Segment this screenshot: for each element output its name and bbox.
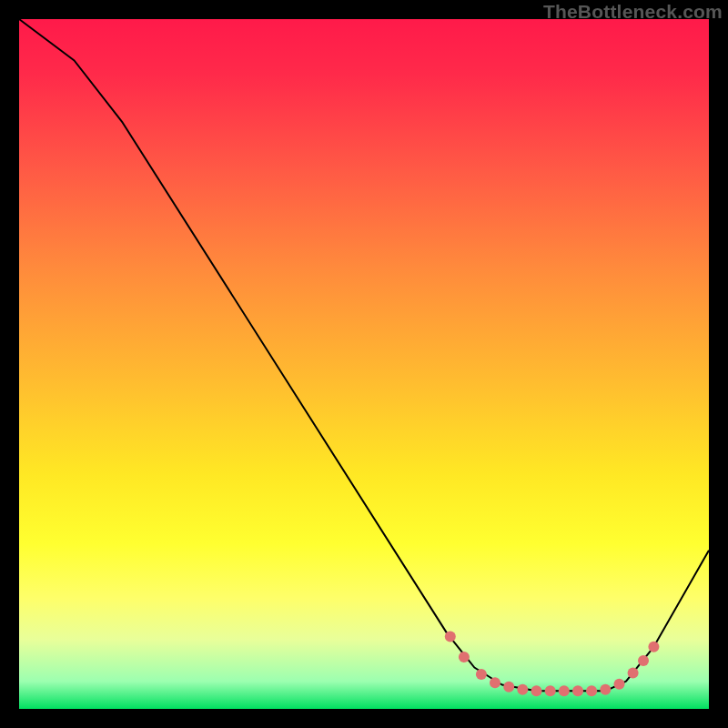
chart-marker — [531, 685, 542, 696]
chart-marker — [503, 682, 514, 693]
chart-plot-area — [19, 19, 709, 709]
chart-markers — [445, 631, 660, 696]
chart-marker — [628, 668, 639, 679]
chart-marker — [545, 685, 556, 696]
chart-marker — [614, 679, 625, 690]
chart-curve — [19, 19, 709, 691]
chart-marker — [459, 652, 470, 662]
chart-marker — [445, 631, 456, 642]
chart-marker — [648, 642, 659, 652]
chart-marker — [572, 685, 583, 696]
chart-marker — [517, 684, 528, 695]
chart-svg — [19, 19, 709, 709]
chart-marker — [638, 655, 649, 666]
chart-marker — [586, 685, 597, 696]
watermark-text: TheBottleneck.com — [543, 2, 723, 21]
chart-marker — [476, 669, 487, 680]
chart-marker — [490, 677, 500, 688]
chart-marker — [600, 684, 611, 695]
chart-stage: TheBottleneck.com — [0, 0, 728, 728]
chart-marker — [559, 685, 570, 696]
